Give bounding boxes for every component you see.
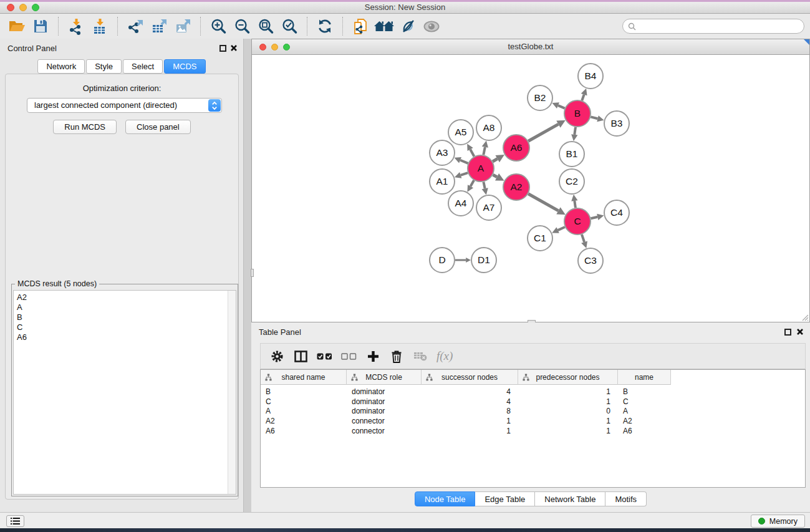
export-image-icon: [175, 18, 191, 34]
close-table-panel-button[interactable]: [796, 328, 804, 336]
edge-arrowhead: [482, 188, 488, 195]
open-folder-icon: [8, 19, 26, 34]
tab-network[interactable]: Network: [37, 59, 85, 74]
desktop-edge-bottom: [0, 528, 810, 532]
float-panel-button[interactable]: [219, 45, 226, 52]
tab-mcds[interactable]: MCDS: [164, 59, 205, 74]
table-cell: 0: [518, 407, 618, 415]
column-header-successor-nodes[interactable]: successor nodes: [422, 370, 518, 385]
birds-eye-view-button[interactable]: [420, 16, 443, 37]
fit-content-button[interactable]: [254, 16, 277, 37]
tab-style[interactable]: Style: [86, 59, 122, 74]
close-network-button[interactable]: [259, 44, 266, 51]
result-item[interactable]: C: [14, 322, 236, 332]
show-columns-button[interactable]: [293, 347, 308, 365]
table-cell: B: [618, 387, 671, 396]
import-network-button[interactable]: [64, 16, 88, 37]
network-title: testGlobe.txt: [252, 39, 809, 54]
tab-network-table[interactable]: Network Table: [535, 491, 605, 506]
window-corner-marker: [804, 39, 809, 45]
run-mcds-button[interactable]: Run MCDS: [53, 120, 117, 134]
zoom-network-button[interactable]: [283, 44, 290, 51]
tab-node-table[interactable]: Node Table: [415, 491, 476, 506]
table-cell: A2: [261, 417, 347, 425]
zoom-in-button[interactable]: [206, 16, 230, 37]
main-toolbar: [0, 14, 810, 39]
table-tabs: Node TableEdge TableNetwork TableMotifs: [251, 491, 810, 506]
mcds-result-title: MCDS result (5 nodes): [15, 279, 99, 288]
minimize-window-button[interactable]: [19, 4, 27, 11]
graph-node-label-C3: C3: [584, 255, 597, 266]
add-column-button[interactable]: [365, 347, 380, 365]
zoom-window-button[interactable]: [32, 4, 39, 11]
table-options-button[interactable]: [269, 347, 284, 365]
search-input[interactable]: [639, 21, 799, 32]
deselect-all-button[interactable]: [341, 347, 357, 365]
table-panel: Table Panel: [251, 322, 810, 512]
select-all-button[interactable]: [317, 347, 332, 365]
graph-node-label-B3: B3: [611, 118, 623, 128]
column-header-predecessor-nodes[interactable]: predecessor nodes: [518, 370, 618, 385]
table-row[interactable]: A2connector11A2: [261, 416, 805, 426]
graph-edge-B-B2: [558, 105, 565, 108]
close-panel-button-secondary[interactable]: Close panel: [125, 120, 191, 134]
save-session-button[interactable]: [29, 16, 52, 37]
delete-columns-button[interactable]: [389, 347, 404, 365]
close-panel-button[interactable]: [230, 44, 238, 52]
gear-icon: [271, 350, 284, 363]
select-stepper[interactable]: [208, 99, 221, 112]
left-resize-handle[interactable]: [251, 269, 254, 277]
export-network-icon: [127, 18, 143, 34]
minimize-network-button[interactable]: [271, 44, 278, 51]
open-file-button[interactable]: [5, 16, 29, 37]
result-item[interactable]: A2: [14, 293, 236, 302]
float-table-panel-button[interactable]: [784, 329, 791, 336]
column-header-name[interactable]: name: [618, 370, 671, 385]
function-builder-button[interactable]: f(x): [436, 347, 453, 365]
control-panel-tabs: NetworkStyleSelectMCDS: [0, 59, 243, 74]
table-cell: dominator: [347, 407, 422, 415]
result-item[interactable]: A6: [14, 332, 236, 342]
table-cell: C: [261, 397, 347, 406]
result-item[interactable]: A: [14, 302, 236, 312]
refresh-layout-button[interactable]: [313, 16, 337, 37]
delete-table-button[interactable]: [413, 347, 428, 365]
zoom-selected-button[interactable]: [277, 16, 301, 37]
export-image-button[interactable]: [171, 16, 195, 37]
task-history-button[interactable]: [6, 515, 24, 527]
export-table-button[interactable]: [147, 16, 171, 37]
tab-motifs[interactable]: Motifs: [605, 491, 647, 506]
tab-select[interactable]: Select: [123, 59, 163, 74]
tab-edge-table[interactable]: Edge Table: [475, 491, 535, 506]
up-down-chevrons-icon: [211, 101, 218, 110]
close-window-button[interactable]: [7, 4, 14, 11]
graph-edge-A-A7: [483, 182, 485, 189]
result-item[interactable]: B: [14, 312, 236, 322]
export-network-button[interactable]: [123, 16, 147, 37]
table-cell: B: [261, 387, 347, 396]
table-row[interactable]: Bdominator41B: [261, 387, 805, 397]
zoom-in-icon: [210, 18, 227, 34]
resize-grip-icon[interactable]: [800, 312, 809, 321]
table-cell: 1: [518, 397, 618, 406]
table-row[interactable]: Cdominator41C: [261, 397, 805, 407]
search-box[interactable]: [622, 19, 804, 34]
network-window-titlebar[interactable]: testGlobe.txt: [251, 39, 810, 55]
graph-node-label-C: C: [574, 216, 581, 226]
column-header-shared-name[interactable]: shared name: [261, 370, 347, 385]
column-header-mcds-role[interactable]: MCDS role: [347, 370, 422, 385]
zoom-out-button[interactable]: [230, 16, 254, 37]
hide-graphics-details-button[interactable]: [396, 16, 420, 37]
result-scrollbar[interactable]: [228, 291, 236, 494]
table-cell: 1: [518, 417, 618, 425]
table-row[interactable]: Adominator80A: [261, 406, 805, 416]
table-row[interactable]: A6connector11A6: [261, 426, 805, 436]
import-table-button[interactable]: [88, 16, 112, 37]
optimization-criterion-select[interactable]: largest connected component (directed): [27, 98, 222, 113]
network-canvas[interactable]: B4B2BB3A5A8A6B1A3AA1C2A2A4A7C4CC1C3DD1: [251, 55, 810, 322]
duplicate-network-button[interactable]: [349, 16, 372, 37]
memory-button[interactable]: Memory: [751, 515, 805, 528]
home-button[interactable]: [372, 16, 396, 37]
graph-node-label-A7: A7: [483, 202, 495, 213]
status-bar: Memory: [0, 512, 810, 528]
